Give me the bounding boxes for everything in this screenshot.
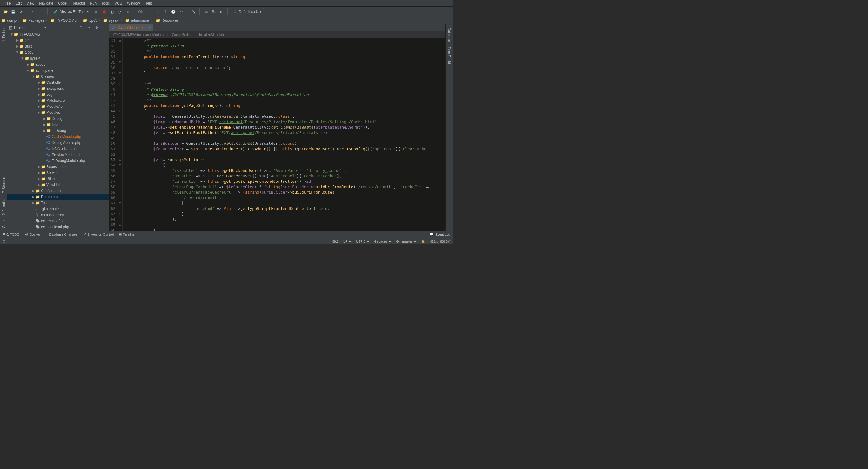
bottom-eventlog[interactable]: 💬Event Log — [430, 232, 450, 236]
chevron-icon[interactable]: ▶ — [15, 44, 19, 49]
tree-node[interactable]: ▼📁TYPO3.CMS — [7, 31, 109, 37]
tree-node[interactable]: ▼📁Classes — [7, 74, 109, 80]
git-history-icon[interactable]: 🕐 — [170, 9, 176, 15]
crumb-sysext[interactable]: 📁sysext — [103, 18, 119, 23]
tree-node[interactable]: ▶📁Configuration — [7, 188, 109, 194]
code-content[interactable]: /** * @return string */ public function … — [123, 38, 445, 231]
tree-node[interactable]: ▶📁Info — [7, 122, 109, 128]
project-tree[interactable]: ▼📁TYPO3.CMS▶📁bin▶📁Build▼📁typo3▼📁sysext▶📁… — [7, 31, 109, 231]
tree-node[interactable]: ▶📁Build — [7, 43, 109, 49]
chevron-icon[interactable]: ▼ — [37, 111, 41, 115]
fold-toggle[interactable]: ⊟ — [118, 201, 122, 206]
tree-node[interactable]: 🐘ext_emconf.php — [7, 218, 109, 224]
tree-node[interactable]: ▶📁about — [7, 61, 109, 67]
tree-node[interactable]: ▶📁Controller — [7, 80, 109, 86]
chevron-icon[interactable]: ▼ — [21, 56, 25, 60]
path-namespace[interactable]: \TYPO3\CMS\Adminpanel\Modules — [113, 33, 165, 36]
chevron-icon[interactable]: ▶ — [37, 80, 41, 85]
git-revert-icon[interactable]: ↶ — [178, 9, 184, 15]
tree-node[interactable]: ⒸTsDebugModule.php — [7, 158, 109, 164]
menu-vcs[interactable]: VCS — [112, 1, 125, 5]
chevron-icon[interactable]: ▶ — [31, 189, 35, 193]
tree-node[interactable]: 🐘ext_localconf.php — [7, 224, 109, 230]
chevron-icon[interactable]: ▼ — [10, 32, 14, 36]
refresh-icon[interactable]: ⟳ — [18, 9, 24, 15]
status-indent[interactable]: 4 spaces≑ — [374, 239, 391, 243]
chevron-icon[interactable]: ▶ — [37, 105, 41, 109]
tree-node[interactable]: ▫.gitattributes — [7, 206, 109, 212]
save-icon[interactable]: 💾 — [10, 9, 16, 15]
tree-node[interactable]: ▼📁typo3 — [7, 49, 109, 55]
tree-node[interactable]: ⒸCacheModule.php — [7, 134, 109, 140]
profile-icon[interactable]: ◔ — [117, 9, 123, 15]
chevron-down-icon[interactable]: ▾ — [44, 26, 46, 30]
rail-database[interactable]: Database — [447, 25, 451, 44]
gear-icon[interactable]: ⚙ — [94, 25, 99, 31]
rail-timetracking[interactable]: Time Tracking — [447, 44, 451, 70]
menu-refactor[interactable]: Refactor — [69, 1, 88, 5]
chevron-icon[interactable]: ▶ — [31, 195, 35, 199]
chevron-icon[interactable]: ▶ — [37, 177, 41, 181]
chevron-icon[interactable]: ▶ — [15, 38, 19, 42]
status-encoding[interactable]: UTF-8≑ — [356, 239, 369, 243]
crumb-resources[interactable]: 📁Resources — [156, 18, 179, 23]
crumb-packages[interactable]: 📁Packages — [23, 18, 44, 23]
locate-icon[interactable]: ⊙ — [78, 25, 84, 31]
tree-node[interactable]: ▼📁adminpanel — [7, 67, 109, 74]
fold-toggle[interactable]: ⊟ — [118, 222, 122, 228]
open-icon[interactable]: 📂 — [2, 9, 8, 15]
rail-grunt[interactable]: Grunt — [2, 217, 5, 231]
status-lock[interactable]: 🔒 — [421, 239, 425, 243]
tree-node[interactable]: ▶📁Repositories — [7, 164, 109, 170]
rail-favorites[interactable]: 2: Favorites — [2, 195, 5, 217]
task-selector[interactable]: ⏱ Default task ▾ — [231, 8, 264, 16]
search-icon[interactable]: 🔍 — [211, 9, 217, 15]
debug-icon[interactable]: 🐞 — [101, 9, 107, 15]
status-line-ending[interactable]: LF≑ — [343, 239, 351, 243]
paste-icon[interactable]: ▭ — [203, 9, 209, 15]
chevron-icon[interactable]: ▼ — [15, 50, 19, 55]
bottom-terminal[interactable]: ▣Terminal — [119, 232, 135, 236]
chevron-icon[interactable]: ▶ — [37, 92, 41, 97]
chevron-icon[interactable]: ▶ — [37, 171, 41, 175]
stop-icon[interactable]: ■ — [125, 9, 130, 15]
tree-node[interactable]: ▶📁bin — [7, 37, 109, 43]
tree-node[interactable]: ▶📁Service — [7, 170, 109, 176]
chevron-icon[interactable]: ▶ — [37, 183, 41, 187]
crumb-root[interactable]: 📁comp — [1, 18, 17, 23]
settings-icon[interactable]: 🔧 — [190, 9, 196, 15]
menu-view[interactable]: View — [24, 1, 37, 5]
rail-structure[interactable]: 7: Structure — [2, 173, 5, 195]
status-memory[interactable]: 421 of 8080M — [430, 240, 450, 243]
fold-toggle[interactable]: ⊟ — [118, 108, 122, 114]
menu-edit[interactable]: Edit — [13, 1, 24, 5]
close-icon[interactable]: × — [148, 26, 150, 30]
fold-column[interactable]: ⊟⊟⊟⊟⊟⊟⊟⊟⊟⊟ — [118, 38, 123, 231]
status-git[interactable]: Git: master≑ — [396, 239, 416, 243]
tree-node[interactable]: ▶📁ViewHelpers — [7, 182, 109, 188]
fold-toggle[interactable]: ⊟ — [118, 81, 122, 87]
crumb-typo3cms[interactable]: 📁TYPO3.CMS — [50, 18, 77, 23]
minimize-icon[interactable]: — — [101, 25, 107, 31]
tree-node[interactable]: {}composer.json — [7, 212, 109, 218]
menu-navigate[interactable]: Navigate — [37, 1, 56, 5]
tree-node[interactable]: ⒸInfoModule.php — [7, 146, 109, 152]
status-pos[interactable]: 96:6 — [332, 240, 338, 243]
menu-window[interactable]: Window — [125, 1, 142, 5]
fold-toggle[interactable]: ⊟ — [118, 70, 122, 76]
tab-cachemodule[interactable]: Ⓒ CacheModule.php × — [110, 24, 153, 31]
rail-project[interactable]: 1: Project — [2, 25, 5, 44]
forward-icon[interactable]: → — [38, 9, 44, 15]
crumb-adminpanel[interactable]: 📁adminpanel — [125, 18, 150, 23]
menu-code[interactable]: Code — [56, 1, 69, 5]
code-editor[interactable]: 313233343536373839404142I434445464748495… — [110, 38, 445, 231]
bottom-vc[interactable]: ⎇9: Version Control — [83, 232, 114, 236]
chevron-icon[interactable]: ▶ — [37, 86, 41, 91]
bottom-docker[interactable]: 🐳Docker — [24, 232, 40, 236]
fold-toggle[interactable]: ⊟ — [118, 157, 122, 163]
tree-node[interactable]: ▶📁Middleware — [7, 97, 109, 104]
back-icon[interactable]: ← — [30, 9, 36, 15]
chevron-icon[interactable]: ▶ — [42, 117, 46, 121]
line-gutter[interactable]: 313233343536373839404142I434445464748495… — [110, 38, 118, 231]
tree-node[interactable]: ▼📁sysext — [7, 55, 109, 61]
